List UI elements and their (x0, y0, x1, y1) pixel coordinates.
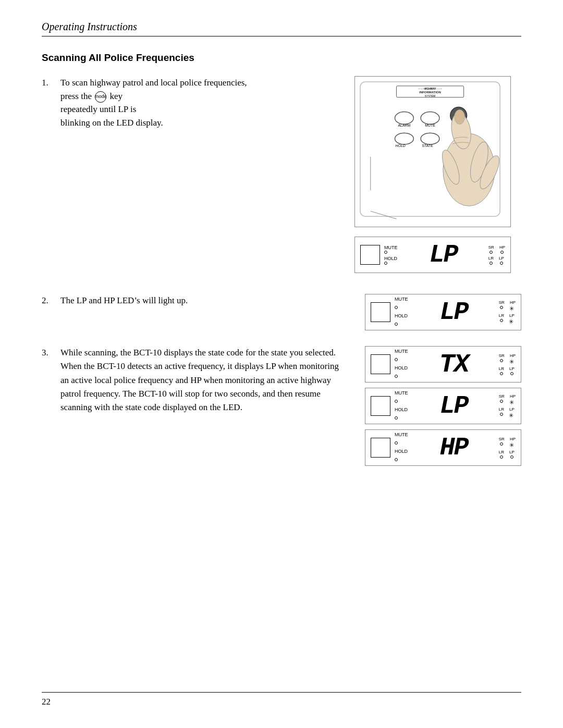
hp-dot (500, 251, 504, 254)
lr-dot (489, 262, 493, 265)
instruction-list: 1. To scan highway patrol and local poli… (42, 76, 339, 129)
svg-text:MUTE: MUTE (425, 124, 435, 127)
mute-hold-group-3: MUTE HOLD (395, 349, 408, 380)
lr-dot-2 (500, 319, 503, 322)
item-3-display: MUTE HOLD TX SR HP (365, 346, 521, 471)
svg-text:ALARM: ALARM (398, 124, 410, 127)
sr-dot-4 (500, 400, 503, 403)
mode-key-icon: mode (95, 91, 106, 103)
lr-dot-4 (500, 413, 503, 416)
hp-dot-4-lit (510, 400, 515, 405)
svg-point-13 (421, 133, 439, 144)
svg-point-11 (395, 133, 414, 144)
list-item: 1. To scan highway patrol and local poli… (42, 76, 339, 129)
lp-dot-2-lit (509, 319, 515, 324)
mute-hold-group-5: MUTE HOLD (395, 432, 408, 463)
sr-dot (489, 251, 493, 254)
svg-point-7 (421, 112, 439, 125)
led-panel-3: MUTE HOLD TX SR HP (365, 346, 521, 382)
led-indicators-right-2: SR HP LR (499, 300, 516, 325)
sr-dot-5 (500, 442, 503, 446)
section-heading: Scanning All Police Frequencies (42, 52, 521, 64)
item-2-display: MUTE HOLD LP SR (365, 294, 521, 336)
page: Operating Instructions Scanning All Poli… (0, 0, 563, 728)
lr-dot-5 (500, 455, 503, 459)
mute-hold-group-4: MUTE HOLD (395, 390, 408, 422)
svg-text:· · · · HIGHWAY · · · ·: · · · · HIGHWAY · · · · (418, 88, 442, 90)
led-display-text-2: LP (411, 298, 497, 326)
hold-dot-2 (395, 323, 398, 326)
mute-dot-2 (395, 306, 398, 309)
item-text-2: The LP and HP LED’s will light up. (60, 294, 188, 307)
led-display-text-4: LP (411, 392, 497, 420)
lp-dot-3 (510, 372, 513, 375)
item-number-1: 1. (42, 76, 60, 129)
device-illustration: · · · · HIGHWAY · · · · INFORMATION SYST… (354, 76, 511, 227)
item-2-area: 2. The LP and HP LED’s will light up. MU… (42, 294, 521, 336)
mute-dot-4 (395, 400, 398, 403)
led-square-4 (371, 396, 390, 416)
svg-text:INFORMATION: INFORMATION (419, 91, 440, 94)
led-square-5 (371, 438, 390, 458)
hp-dot-3-lit (510, 359, 515, 364)
svg-point-17 (455, 110, 465, 125)
item-2-text: 2. The LP and HP LED’s will light up. (42, 294, 349, 307)
mute-hold-group-2: MUTE HOLD (395, 297, 408, 328)
item-text-1: To scan highway patrol and local police … (60, 76, 339, 129)
page-number: 22 (42, 697, 51, 707)
led-square (360, 245, 380, 265)
led-indicators-right-5: SR HP LR (499, 437, 516, 459)
led-panel-4: MUTE HOLD LP SR HP (365, 388, 521, 424)
led-panel-2: MUTE HOLD LP SR (365, 294, 521, 330)
page-title: Operating Instructions (42, 21, 137, 32)
svg-text:SYSTEM: SYSTEM (425, 95, 435, 97)
hp-dot-5-lit (510, 442, 515, 448)
lp-dot-5 (510, 455, 513, 459)
hold-dot-3 (395, 375, 398, 378)
right-column: · · · · HIGHWAY · · · · INFORMATION SYST… (354, 76, 521, 278)
svg-text:STATE: STATE (422, 144, 433, 147)
led-display-text-5: HP (411, 434, 497, 462)
led-square-2 (371, 302, 390, 322)
left-column: 1. To scan highway patrol and local poli… (42, 76, 339, 278)
svg-text:HOLD: HOLD (395, 144, 405, 147)
hold-dot (384, 262, 387, 265)
led-panel-1: MUTE HOLD LP (354, 237, 511, 273)
hold-dot-4 (395, 416, 398, 419)
item-3-text: 3. While scanning, the BCT-10 displays t… (42, 346, 349, 415)
sr-dot-3 (500, 359, 503, 362)
led-indicators-right: SR HP LR (488, 245, 505, 265)
top-content: 1. To scan highway patrol and local poli… (42, 76, 521, 278)
led-square-3 (371, 354, 390, 374)
item-number-2: 2. (42, 294, 60, 307)
item-3-area: 3. While scanning, the BCT-10 displays t… (42, 346, 521, 471)
hp-dot-2-lit (510, 306, 515, 311)
item-number-3: 3. (42, 346, 60, 360)
hold-dot-5 (395, 458, 398, 461)
mute-dot-5 (395, 441, 398, 445)
led-panel-5: MUTE HOLD HP SR HP (365, 429, 521, 466)
led-indicators-right-4: SR HP LR (499, 394, 516, 418)
lp-dot (500, 262, 503, 265)
mute-dot (384, 251, 387, 254)
lp-dot-4-lit (509, 413, 515, 418)
led-indicators-right-3: SR HP LR (499, 353, 516, 376)
lr-dot-3 (500, 372, 503, 375)
sr-dot-2 (500, 306, 503, 309)
mute-hold-group: MUTE HOLD (384, 245, 398, 265)
page-footer: 22 (42, 692, 521, 707)
item-text-3: While scanning, the BCT-10 displays the … (60, 346, 349, 415)
mute-dot-3 (395, 358, 398, 361)
led-display-text-3: TX (411, 350, 497, 379)
svg-point-5 (395, 112, 414, 125)
page-header: Operating Instructions (42, 21, 521, 36)
led-display-text-1: LP (401, 241, 486, 269)
